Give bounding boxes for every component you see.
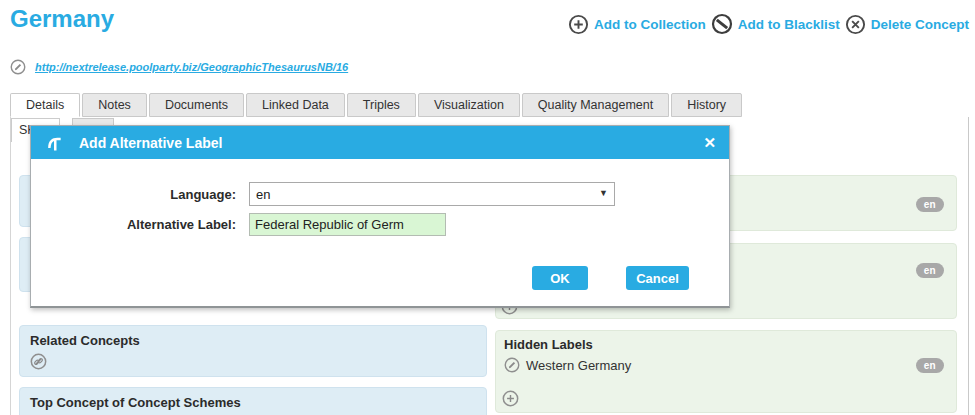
alternative-label-label: Alternative Label: (31, 217, 236, 232)
language-label: Language: (31, 187, 236, 202)
related-concepts-panel: Related Concepts (19, 325, 487, 377)
poolparty-logo-icon (44, 133, 64, 153)
top-concept-schemes-title: Top Concept of Concept Schemes (30, 395, 476, 410)
related-concepts-title: Related Concepts (30, 333, 476, 348)
hidden-labels-title: Hidden Labels (504, 337, 948, 352)
plus-circle-icon[interactable] (502, 390, 519, 407)
dialog-header: Add Alternative Label ✕ (31, 126, 729, 159)
concept-uri-row: http://nextrelease.poolparty.biz/Geograp… (10, 59, 348, 75)
add-alternative-label-dialog: Add Alternative Label ✕ Language: en ▼ A… (30, 125, 730, 308)
pencil-circle-icon[interactable] (10, 59, 26, 75)
main-tabbar: Details Notes Documents Linked Data Trip… (10, 93, 742, 117)
language-badge: en (916, 263, 944, 278)
tab-visualization[interactable]: Visualization (418, 93, 520, 117)
dialog-title: Add Alternative Label (79, 135, 222, 151)
hidden-labels-panel: Hidden Labels Western Germany en (495, 330, 957, 413)
add-to-collection-button[interactable]: Add to Collection (594, 17, 706, 32)
top-concept-schemes-panel: Top Concept of Concept Schemes (19, 387, 487, 415)
language-select[interactable]: en (249, 182, 615, 206)
alternative-label-row: Alternative Label: (31, 213, 729, 236)
tab-triples[interactable]: Triples (347, 93, 416, 117)
pencil-circle-icon[interactable] (504, 357, 520, 373)
ok-button[interactable]: OK (532, 266, 588, 290)
tab-quality-management[interactable]: Quality Management (522, 93, 669, 117)
plus-circle-icon[interactable] (568, 14, 589, 35)
no-entry-icon[interactable] (711, 13, 733, 35)
concept-uri-link[interactable]: http://nextrelease.poolparty.biz/Geograp… (35, 61, 348, 73)
cancel-button[interactable]: Cancel (626, 266, 689, 290)
concept-actions: Add to Collection Add to Blacklist Delet… (568, 13, 969, 35)
hidden-label-row: Western Germany (504, 357, 948, 373)
tab-details[interactable]: Details (10, 93, 80, 117)
x-circle-icon[interactable] (845, 14, 866, 35)
tab-documents[interactable]: Documents (149, 93, 244, 117)
add-to-blacklist-button[interactable]: Add to Blacklist (738, 17, 840, 32)
dialog-buttons: OK Cancel (31, 266, 729, 290)
language-badge: en (916, 197, 944, 212)
dialog-body: Language: en ▼ Alternative Label: OK Can… (31, 159, 729, 290)
language-badge: en (916, 358, 944, 373)
link-circle-icon[interactable] (30, 353, 47, 370)
page-title: Germany (10, 5, 114, 33)
tab-linked-data[interactable]: Linked Data (246, 93, 345, 117)
close-icon[interactable]: ✕ (703, 135, 716, 150)
hidden-label-value: Western Germany (526, 358, 631, 373)
tab-history[interactable]: History (671, 93, 742, 117)
tab-notes[interactable]: Notes (82, 93, 147, 117)
alternative-label-input[interactable] (249, 213, 446, 236)
delete-concept-button[interactable]: Delete Concept (871, 17, 969, 32)
language-row: Language: en ▼ (31, 182, 729, 206)
